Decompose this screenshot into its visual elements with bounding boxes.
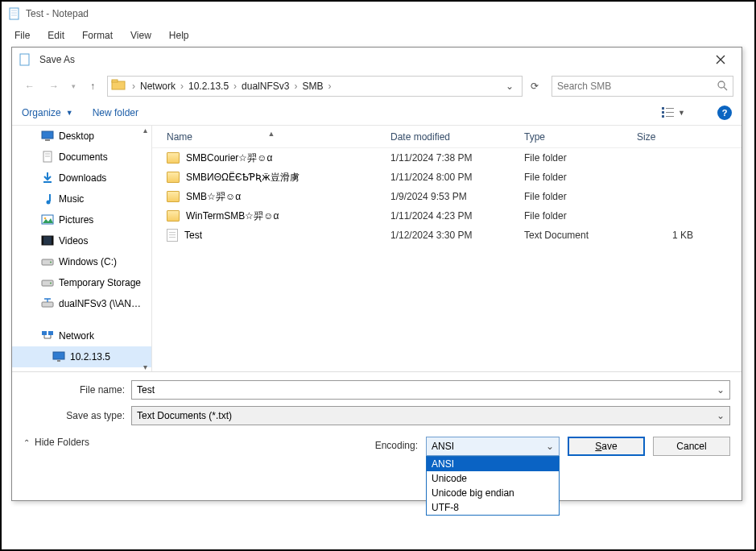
file-size: 1 KB — [637, 230, 693, 241]
toolbar: Organize ▼ New folder ▼ ? — [12, 101, 742, 125]
svg-rect-24 — [42, 236, 53, 245]
breadcrumb-dropdown[interactable]: ⌄ — [501, 81, 518, 92]
menu-edit[interactable]: Edit — [39, 28, 72, 43]
desktop-icon — [41, 130, 54, 143]
file-row[interactable]: SMBИΘΩËЄҌƤƦӝ豈滑虜1/11/2024 8:00 PMFile fol… — [152, 168, 742, 187]
bc-ip[interactable]: 10.2.13.5 — [185, 81, 232, 92]
svg-rect-35 — [57, 360, 60, 362]
scroll-down-icon[interactable]: ▾ — [143, 362, 147, 371]
file-name: SMBCourier☆羿☺α — [186, 151, 273, 165]
encoding-option[interactable]: UTF-8 — [427, 500, 559, 515]
up-button[interactable]: ↑ — [83, 77, 102, 96]
cancel-button[interactable]: Cancel — [653, 437, 730, 456]
close-button[interactable] — [706, 52, 735, 68]
refresh-button[interactable]: ⟳ — [527, 81, 547, 92]
sidebar-item-videos[interactable]: Videos — [12, 230, 151, 251]
col-type[interactable]: Type — [524, 131, 637, 143]
svg-rect-32 — [42, 331, 47, 335]
menu-view[interactable]: View — [122, 28, 159, 43]
svg-point-23 — [44, 218, 47, 220]
file-date: 1/11/2024 8:00 PM — [390, 172, 524, 183]
encoding-select[interactable]: ANSI ⌄ — [426, 437, 560, 456]
svg-rect-33 — [48, 331, 53, 335]
filename-input[interactable]: Test ⌄ — [131, 380, 730, 400]
sidebar-item-pictures[interactable]: Pictures — [12, 209, 151, 230]
svg-point-28 — [50, 262, 52, 263]
encoding-option[interactable]: ANSI — [427, 457, 559, 471]
file-name: SMB☆羿☺α — [186, 190, 241, 204]
search-box[interactable] — [552, 76, 733, 97]
file-name: SMBИΘΩËЄҌƤƦӝ豈滑虜 — [186, 171, 300, 184]
document-icon — [41, 151, 54, 164]
sidebar-item-windows-c-[interactable]: Windows (C:) — [12, 251, 151, 272]
sidebar-item-label: Documents — [59, 151, 108, 163]
chevron-right-icon: › — [326, 81, 333, 92]
menu-format[interactable]: Format — [74, 28, 121, 43]
svg-rect-31 — [42, 302, 53, 307]
svg-rect-15 — [42, 131, 53, 139]
hide-folders-button[interactable]: ⌃ Hide Folders — [23, 437, 89, 448]
folder-icon — [167, 152, 180, 164]
svg-rect-0 — [10, 8, 19, 19]
file-row[interactable]: Test1/12/2024 3:30 PMText Document1 KB — [152, 226, 742, 245]
sidebar-item-label: Temporary Storage — [59, 277, 141, 288]
search-input[interactable] — [557, 81, 717, 92]
sidebar-item-10-2-13-5[interactable]: 10.2.13.5 — [12, 346, 151, 367]
recent-dd[interactable]: ▾ — [68, 77, 78, 96]
help-button[interactable]: ? — [717, 106, 732, 120]
save-as-dialog: Save As ← → ▾ ↑ › Network › 10.2.13.5 › … — [11, 47, 742, 501]
sidebar-item-documents[interactable]: Documents — [12, 147, 151, 168]
sidebar-item-label: 10.2.13.5 — [70, 351, 110, 362]
folder-icon — [167, 191, 180, 202]
bc-network[interactable]: Network — [137, 81, 179, 92]
folder-icon — [167, 172, 180, 183]
sidebar-item-desktop[interactable]: Desktop — [12, 126, 151, 147]
scrollbar[interactable]: ▴▾ — [138, 126, 151, 371]
col-name[interactable]: ▲Name — [152, 131, 390, 143]
col-size[interactable]: Size — [637, 131, 693, 143]
scroll-up-icon[interactable]: ▴ — [143, 126, 147, 135]
sidebar-item-downloads[interactable]: Downloads — [12, 168, 151, 188]
dialog-titlebar: Save As — [12, 48, 742, 72]
svg-point-21 — [47, 201, 51, 205]
file-row[interactable]: SMBCourier☆羿☺α1/11/2024 7:38 PMFile fold… — [152, 148, 742, 168]
new-folder-button[interactable]: New folder — [93, 107, 138, 118]
sidebar-item-temporary-storage[interactable]: Temporary Storage — [12, 272, 151, 293]
svg-rect-10 — [662, 111, 664, 114]
sidebar-item-music[interactable]: Music — [12, 188, 151, 209]
sidebar-item-dualnfsv3-an-[interactable]: dualNFSv3 (\\AN… — [12, 293, 151, 314]
organize-button[interactable]: Organize ▼ — [22, 107, 73, 118]
disk-icon — [41, 255, 54, 268]
breadcrumb[interactable]: › Network › 10.2.13.5 › dualNFSv3 › SMB … — [107, 76, 523, 97]
encoding-option[interactable]: Unicode big endian — [427, 486, 559, 500]
forward-button[interactable]: → — [44, 77, 64, 96]
nav-row: ← → ▾ ↑ › Network › 10.2.13.5 › dualNFSv… — [12, 72, 742, 101]
dialog-title: Save As — [36, 54, 706, 65]
saveastype-select[interactable]: Text Documents (*.txt) ⌄ — [131, 406, 730, 425]
encoding-dropdown: ANSIUnicodeUnicode big endianUTF-8 — [426, 456, 560, 516]
chevron-right-icon: › — [232, 81, 238, 92]
back-button[interactable]: ← — [20, 77, 39, 96]
file-name: Test — [184, 230, 202, 241]
encoding-option[interactable]: Unicode — [427, 471, 559, 486]
view-menu[interactable]: ▼ — [662, 107, 685, 118]
chevron-down-icon[interactable]: ⌄ — [717, 410, 725, 421]
bc-share[interactable]: dualNFSv3 — [238, 81, 292, 92]
menu-help[interactable]: Help — [161, 28, 197, 43]
chevron-down-icon[interactable]: ⌄ — [717, 384, 725, 396]
column-headers: ▲Name Date modified Type Size — [152, 126, 742, 148]
window-title: Test - Notepad — [26, 8, 89, 19]
file-date: 1/11/2024 4:23 PM — [390, 210, 524, 222]
file-row[interactable]: WinTermSMB☆羿☺α1/11/2024 4:23 PMFile fold… — [152, 206, 742, 226]
sidebar-item-network[interactable]: Network — [12, 325, 151, 346]
file-row[interactable]: SMB☆羿☺α1/9/2024 9:53 PMFile folder — [152, 187, 742, 206]
bc-folder[interactable]: SMB — [299, 81, 326, 92]
file-type: File folder — [524, 191, 637, 202]
bottom-panel: File name: Test ⌄ Save as type: Text Doc… — [12, 371, 742, 425]
sidebar-item-label: Desktop — [59, 130, 94, 142]
svg-rect-16 — [45, 139, 50, 141]
save-button[interactable]: Save — [568, 437, 645, 456]
col-date[interactable]: Date modified — [390, 131, 524, 143]
menu-file[interactable]: File — [6, 28, 38, 43]
file-type: File folder — [524, 210, 637, 222]
